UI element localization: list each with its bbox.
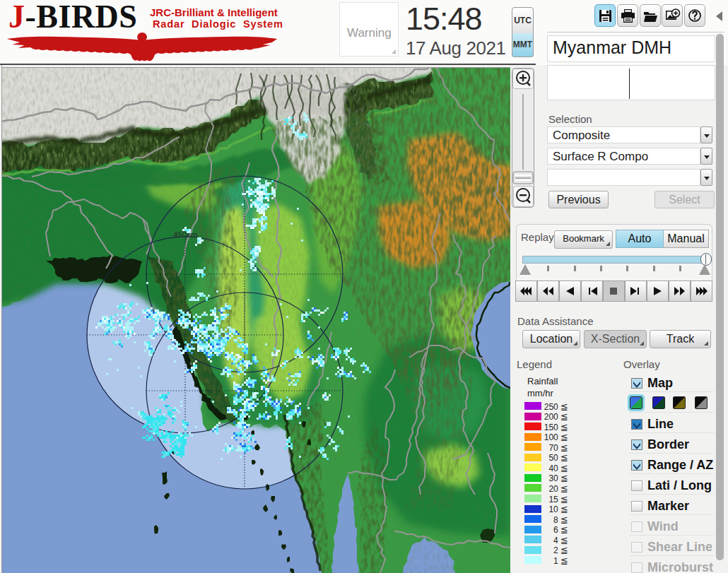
- svg-text:450km: 450km: [173, 230, 198, 239]
